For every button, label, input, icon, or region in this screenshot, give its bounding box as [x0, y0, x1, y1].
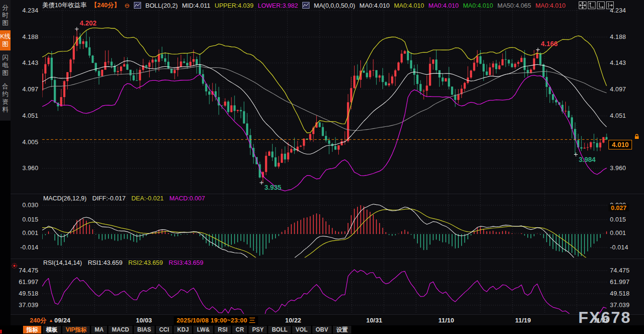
macd-axis-label-right: 0.015: [610, 216, 642, 223]
main-axis-label-left: 4.143: [11, 59, 38, 66]
shift-right-icon[interactable]: [606, 1, 614, 9]
indicator-settings-icon[interactable]: [11, 262, 18, 271]
ma-value: MA0:4.010: [463, 2, 493, 9]
dropdown-arrow-icon: ▲: [49, 318, 53, 323]
rsi-axis-label-left: 49.518: [11, 290, 38, 297]
indicator-toolbar: 指标模板VIP指标MAMACDBIASCCIKDJLW&RSICRPSYBOLL…: [0, 325, 644, 334]
rsi-axis-label-left: 61.997: [11, 278, 38, 285]
price-annotation: 4.166: [541, 40, 558, 48]
rsi-axis-label-right: 49.518: [610, 290, 642, 297]
rsi-axis-label-left: 37.039: [11, 301, 38, 309]
toolbar-tab-BOLL[interactable]: BOLL: [268, 326, 291, 334]
boll-params: BOLL(20,2): [145, 2, 178, 9]
ma-indicator-icon[interactable]: [302, 2, 310, 9]
toolbar-tab-KDJ[interactable]: KDJ: [174, 326, 192, 334]
toolbar-tab-LW&[interactable]: LW&: [193, 326, 213, 334]
macd-dea-value: DEA:-0.021: [131, 195, 164, 202]
rsi3-value: RSI3:43.659: [169, 259, 203, 266]
sidebar-tab-2[interactable]: K线图: [0, 30, 11, 50]
instrument-title: 美债10年收益率: [42, 1, 86, 10]
ma-values: MA0:4.010MA0:4.010MA0:4.010MA0:4.010MA50…: [359, 2, 565, 9]
toolbar-edge-marker: [0, 330, 2, 334]
panel-divider: [11, 194, 644, 194]
boll-indicator-icon[interactable]: [134, 2, 141, 9]
lock-icon[interactable]: [634, 133, 640, 141]
rsi-header: RSI(14,14,14) RSI1:43.659 RSI2:43.659 RS…: [43, 259, 203, 266]
macd-axis-label-right: 0.001: [610, 229, 642, 236]
current-price-tag: 4.010: [608, 140, 632, 149]
toolbar-tab-CCI[interactable]: CCI: [156, 326, 173, 334]
x-axis-date: 10/22: [285, 317, 301, 324]
topbar: 美债10年收益率 【240分】 ⊖ BOLL(20,2) MID:4.011 U…: [42, 1, 566, 10]
x-axis-date: 10/03: [136, 317, 152, 324]
period-selector[interactable]: 240分 ▲: [30, 316, 53, 325]
x-axis-date: 09/24: [54, 317, 71, 324]
toolbar-tab-模板[interactable]: 模板: [43, 326, 61, 334]
toolbar-tab-OBV[interactable]: OBV: [312, 326, 332, 334]
period-badge[interactable]: 【240分】: [91, 1, 120, 10]
scale-x-axis-icon[interactable]: [597, 1, 605, 9]
sidebar-tab-3[interactable]: 闪电图: [0, 51, 11, 79]
macd-axis-label-left: -0.014: [11, 244, 38, 251]
macd-header: MACD(26,12,9) DIFF:-0.017 DEA:-0.021 MAC…: [43, 195, 205, 202]
rsi-axis-label-right: 74.475: [610, 267, 642, 274]
price-annotation: 3.984: [579, 156, 596, 163]
price-annotation: 4.202: [80, 19, 96, 27]
ma-value: MA0:4.010: [429, 2, 459, 9]
period-selector-label: 240分: [30, 316, 47, 325]
sidebar: 分时图K线图闪电图合约资料: [0, 0, 11, 334]
toolbar-tab-RSI[interactable]: RSI: [215, 326, 231, 334]
main-axis-label-left: 4.234: [11, 7, 38, 14]
toolbar-tab-VIP指标[interactable]: VIP指标: [62, 326, 90, 334]
pan-tool-icon[interactable]: [579, 1, 586, 9]
x-axis-date-highlight: 2025/10/08 19:00~23:00 三: [174, 316, 258, 325]
x-axis-date: 10/31: [366, 317, 382, 324]
macd-diff-value: DIFF:-0.017: [92, 195, 125, 202]
scale-y-axis-icon[interactable]: [588, 1, 596, 9]
chart-annotations: 4.2024.1663.9353.984: [42, 19, 607, 191]
ma-value: MA0:4.010: [394, 2, 424, 9]
main-axis-label-right: 4.051: [610, 112, 642, 119]
macd-current-value-tag: 0.027: [608, 204, 629, 211]
x-axis-date: 11/10: [439, 317, 454, 324]
toolbar-tab-MA[interactable]: MA: [91, 326, 107, 334]
main-axis-label-left: 3.960: [11, 164, 38, 172]
x-axis-row: [11, 315, 644, 325]
toolbar-tab-VOL[interactable]: VOL: [292, 326, 311, 334]
chart-application: 4.2024.1663.9353.984 美债10年收益率 【240分】 ⊖ B…: [0, 0, 644, 334]
chart-controls: [579, 1, 614, 9]
toolbar-tab-指标[interactable]: 指标: [23, 326, 41, 334]
chart-canvas[interactable]: 4.2024.1663.9353.984: [0, 0, 644, 334]
sidebar-tabs: 分时图K线图闪电图合约资料: [0, 0, 11, 121]
boll-upper-value: UPPER:4.039: [215, 2, 253, 9]
boll-mid-value: MID:4.011: [182, 2, 210, 9]
main-axis-label-right: 4.188: [610, 33, 642, 40]
main-axis-label-left: 4.097: [11, 86, 38, 93]
toolbar-tab-MACD[interactable]: MACD: [108, 326, 132, 334]
watermark: FX678: [578, 308, 631, 327]
sidebar-tab-1[interactable]: 分时图: [0, 1, 11, 29]
main-axis-label-left: 4.005: [11, 138, 38, 146]
toolbar-tab-CR[interactable]: CR: [232, 326, 247, 334]
toolbar-tab-BIAS[interactable]: BIAS: [134, 326, 155, 334]
main-axis-label-right: 4.234: [610, 7, 642, 14]
macd-value: MACD:0.007: [169, 195, 205, 202]
rsi-params-label: RSI(14,14,14): [43, 259, 82, 266]
toolbar-tab-设置[interactable]: 设置: [333, 326, 351, 334]
sidebar-tab-4[interactable]: 合约资料: [0, 80, 11, 116]
x-axis-date: 11/19: [515, 317, 531, 324]
ma-value: MA0:4.010: [359, 2, 390, 9]
ma-value: MA0:4.010: [536, 2, 566, 9]
main-axis-label-right: 3.960: [610, 164, 642, 172]
toolbar-tab-PSY[interactable]: PSY: [249, 326, 267, 334]
gridlines: [42, 8, 607, 313]
main-axis-label-left: 4.188: [11, 33, 38, 40]
collapse-icon[interactable]: ⊖: [124, 2, 130, 9]
macd-axis-label-right: -0.014: [610, 244, 642, 251]
main-plot[interactable]: [41, 28, 608, 191]
ma-params: MA(0,0,0,50,0): [314, 2, 355, 9]
boll-lower-value: LOWER:3.982: [258, 2, 298, 9]
main-axis-label-right: 4.097: [610, 86, 642, 93]
macd-params-label: MACD(26,12,9): [43, 195, 86, 202]
rsi-axis-label-right: 37.039: [610, 301, 642, 309]
